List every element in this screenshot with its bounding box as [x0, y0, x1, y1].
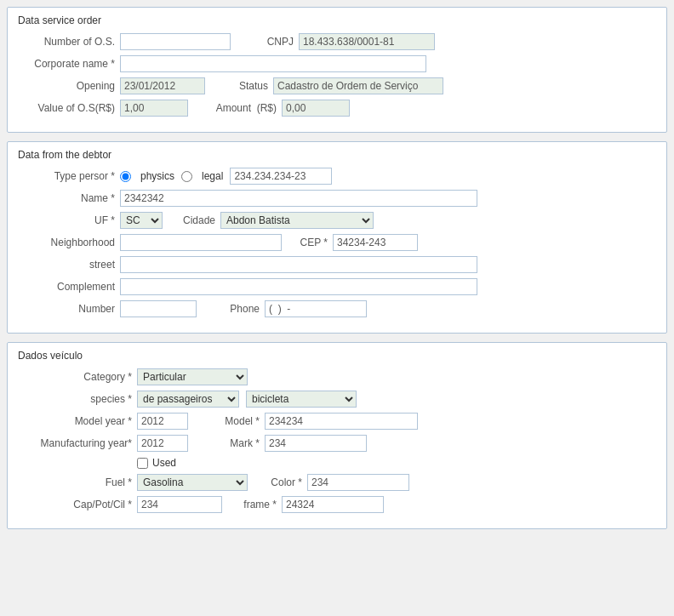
value-os-input[interactable]: [120, 100, 188, 117]
neighborhood-label: Neighborhood: [18, 237, 120, 248]
physics-label: physics: [140, 170, 174, 182]
phone-input[interactable]: [265, 300, 367, 317]
fuel-select[interactable]: Gasolina Etanol Diesel GNV: [137, 474, 248, 491]
manufacturing-year-row: Manufacturing year* Mark *: [18, 435, 656, 452]
opening-input[interactable]: [120, 77, 205, 94]
vehicle-title: Dados veículo: [18, 350, 656, 362]
color-label: Color *: [256, 476, 307, 488]
corporate-name-label: Corporate name *: [18, 58, 120, 70]
complement-row: Complement: [18, 278, 656, 295]
physics-radio[interactable]: [120, 171, 131, 182]
name-label: Name *: [18, 192, 120, 204]
model-year-input[interactable]: [137, 413, 188, 430]
debtor-section: Data from the debtor Type persor * physi…: [7, 141, 667, 334]
number-phone-row: Number Phone: [18, 300, 656, 317]
number-label: Number: [18, 303, 120, 315]
model-input[interactable]: [265, 413, 418, 430]
manufacturing-year-input[interactable]: [137, 435, 188, 452]
amount-rs-label: (R$): [256, 102, 282, 114]
type-person-label: Type persor *: [18, 170, 120, 182]
category-row: Category * Particular Comercial Outro: [18, 368, 656, 385]
cidade-label: Cidade: [169, 214, 220, 226]
species-select[interactable]: de passageiros de carga outro: [137, 391, 239, 408]
number-input[interactable]: [120, 300, 197, 317]
model-year-row: Model year * Model *: [18, 413, 656, 430]
species2-select[interactable]: bicicleta moto carro: [246, 391, 357, 408]
mark-input[interactable]: [265, 435, 367, 452]
status-input[interactable]: [273, 77, 443, 94]
debtor-title: Data from the debtor: [18, 149, 656, 161]
frame-label: frame *: [231, 499, 282, 510]
value-os-label: Value of O.S(R$): [18, 102, 120, 114]
model-label: Model *: [214, 415, 265, 427]
status-label: Status: [222, 80, 273, 92]
cep-input[interactable]: [333, 234, 418, 251]
legal-label: legal: [202, 170, 223, 182]
legal-radio[interactable]: [181, 171, 192, 182]
category-select[interactable]: Particular Comercial Outro: [137, 368, 248, 385]
number-os-label: Number of O.S.: [18, 36, 120, 48]
species-row: species * de passageiros de carga outro …: [18, 391, 656, 408]
category-label: Category *: [18, 371, 137, 383]
frame-input[interactable]: [282, 496, 384, 513]
used-row: Used: [18, 457, 656, 469]
type-person-radios: physics legal: [120, 170, 223, 182]
uf-select[interactable]: SC SP RJ: [120, 212, 163, 229]
model-year-label: Model year *: [18, 415, 137, 427]
service-order-title: Data service order: [18, 14, 656, 26]
street-input[interactable]: [120, 256, 477, 273]
complement-input[interactable]: [120, 278, 477, 295]
opening-status-row: Opening Status: [18, 77, 656, 94]
neighborhood-input[interactable]: [120, 234, 282, 251]
uf-cidade-row: UF * SC SP RJ Cidade Abdon Batista: [18, 212, 656, 229]
uf-label: UF *: [18, 214, 120, 226]
amount-input[interactable]: [282, 100, 350, 117]
corporate-name-row: Corporate name *: [18, 55, 656, 72]
cnpj-input[interactable]: [299, 33, 435, 50]
opening-label: Opening: [18, 80, 120, 92]
cpf-input[interactable]: [230, 168, 332, 185]
name-row: Name *: [18, 190, 656, 207]
value-amount-row: Value of O.S(R$) Amount (R$): [18, 100, 656, 117]
street-row: street: [18, 256, 656, 273]
cnpj-label: CNPJ: [248, 36, 299, 48]
manufacturing-year-label: Manufacturing year*: [18, 437, 137, 449]
fuel-color-row: Fuel * Gasolina Etanol Diesel GNV Color …: [18, 474, 656, 491]
complement-label: Complement: [18, 281, 120, 293]
os-cnpj-row: Number of O.S. CNPJ: [18, 33, 656, 50]
used-checkbox[interactable]: [137, 458, 148, 469]
color-input[interactable]: [307, 474, 409, 491]
used-label: Used: [152, 457, 176, 469]
cap-frame-row: Cap/Pot/Cil * frame *: [18, 496, 656, 513]
vehicle-section: Dados veículo Category * Particular Come…: [7, 342, 667, 529]
service-order-section: Data service order Number of O.S. CNPJ C…: [7, 7, 667, 133]
species-label: species *: [18, 393, 137, 405]
neighborhood-cep-row: Neighborhood CEP *: [18, 234, 656, 251]
cep-label: CEP *: [290, 237, 333, 248]
corporate-name-input[interactable]: [120, 55, 426, 72]
phone-label: Phone: [222, 303, 265, 315]
name-input[interactable]: [120, 190, 477, 207]
type-person-row: Type persor * physics legal: [18, 168, 656, 185]
fuel-label: Fuel *: [18, 476, 137, 488]
mark-label: Mark *: [214, 437, 265, 449]
cap-pot-cil-input[interactable]: [137, 496, 222, 513]
number-os-input[interactable]: [120, 33, 231, 50]
cidade-select[interactable]: Abdon Batista: [220, 212, 374, 229]
amount-label: Amount: [205, 102, 256, 114]
street-label: street: [18, 259, 120, 271]
cap-pot-cil-label: Cap/Pot/Cil *: [18, 499, 137, 510]
